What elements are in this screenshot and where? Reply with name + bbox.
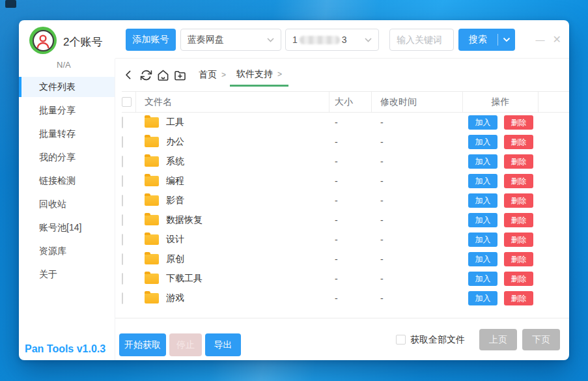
app-brand-version: Pan Tools v1.0.3	[25, 343, 105, 355]
file-modified: -	[372, 137, 463, 147]
sidebar-item[interactable]: 文件列表	[19, 77, 115, 97]
avatar[interactable]	[29, 27, 57, 54]
row-checkbox[interactable]	[122, 292, 123, 304]
refresh-icon[interactable]	[137, 66, 154, 83]
file-name[interactable]: 影音	[166, 195, 184, 206]
file-size: -	[329, 176, 372, 186]
breadcrumb-separator-icon: >	[277, 70, 282, 79]
account-block: 2个账号	[19, 20, 115, 59]
desktop-background: 2个账号 N/A 文件列表 批量分享 批量转存 我的分享	[0, 0, 588, 381]
delete-button[interactable]: 删除	[504, 154, 533, 169]
row-checkbox[interactable]	[122, 175, 123, 187]
folder-icon	[145, 195, 159, 206]
delete-button[interactable]: 删除	[504, 272, 533, 286]
search-button-label: 搜索	[458, 34, 497, 46]
footer-bar: 开始获取 停止 导出 获取全部文件 上页 下页	[115, 318, 569, 360]
row-checkbox[interactable]	[122, 234, 123, 246]
sidebar-item[interactable]: 回收站	[19, 194, 115, 214]
row-checkbox[interactable]	[122, 253, 123, 265]
add-account-button[interactable]: 添加账号	[126, 29, 176, 51]
home-icon[interactable]	[154, 66, 171, 83]
sidebar-item[interactable]: 批量转存	[19, 124, 115, 144]
header-size: 大小	[329, 92, 372, 112]
table-row: 原创 - - 加入 删除	[122, 249, 569, 269]
provider-select[interactable]: 蓝奏网盘	[180, 29, 281, 51]
file-name[interactable]: 游戏	[166, 292, 184, 304]
file-size: -	[329, 156, 372, 167]
sidebar-item[interactable]: 链接检测	[19, 171, 115, 191]
table-row: 游戏 - - 加入 删除	[122, 289, 569, 308]
sidebar-item[interactable]: 我的分享	[19, 147, 115, 167]
file-name[interactable]: 设计	[166, 234, 184, 246]
file-name[interactable]: 工具	[166, 117, 184, 128]
delete-button[interactable]: 删除	[504, 174, 533, 188]
account-name: N/A	[57, 60, 115, 70]
delete-button[interactable]: 删除	[504, 291, 533, 305]
new-folder-icon[interactable]	[171, 66, 188, 83]
sidebar-item-label: 批量转存	[39, 128, 76, 139]
file-name[interactable]: 下载工具	[166, 273, 203, 285]
search-dropdown-caret[interactable]	[498, 37, 515, 42]
add-button[interactable]: 加入	[468, 154, 497, 169]
file-size: -	[329, 274, 372, 284]
file-name[interactable]: 编程	[166, 175, 184, 187]
breadcrumb-item[interactable]: 软件支持 >	[230, 66, 288, 84]
folder-icon	[145, 234, 159, 245]
row-checkbox[interactable]	[122, 195, 123, 206]
search-button[interactable]: 搜索	[458, 29, 515, 51]
keyword-input[interactable]	[389, 29, 454, 51]
add-button[interactable]: 加入	[468, 252, 497, 266]
file-name[interactable]: 数据恢复	[166, 214, 203, 226]
sidebar-item[interactable]: 关于	[19, 264, 115, 285]
delete-button[interactable]: 删除	[504, 252, 533, 266]
table-row: 设计 - - 加入 删除	[122, 230, 569, 249]
minimize-icon[interactable]: —	[536, 35, 544, 44]
delete-button[interactable]: 删除	[504, 193, 533, 208]
add-button[interactable]: 加入	[468, 213, 497, 227]
header-actions: 操作	[463, 92, 539, 112]
account-select[interactable]: 1 3	[285, 29, 379, 51]
file-name[interactable]: 系统	[166, 156, 184, 167]
delete-button[interactable]: 删除	[504, 213, 533, 227]
table-row: 编程 - - 加入 删除	[122, 171, 569, 191]
add-button[interactable]: 加入	[468, 115, 497, 130]
table-row: 数据恢复 - - 加入 删除	[122, 210, 569, 230]
file-name[interactable]: 办公	[166, 136, 184, 148]
desktop-shortcut-icon[interactable]	[5, 0, 16, 8]
add-button[interactable]: 加入	[468, 174, 497, 188]
delete-button[interactable]: 删除	[504, 135, 533, 149]
file-name[interactable]: 原创	[166, 253, 184, 265]
delete-button[interactable]: 删除	[504, 115, 533, 130]
table-row: 办公 - - 加入 删除	[122, 132, 569, 152]
folder-icon	[145, 215, 159, 225]
delete-button[interactable]: 删除	[504, 233, 533, 247]
file-modified: -	[372, 195, 463, 206]
close-icon[interactable]: ✕	[553, 35, 561, 45]
next-page-button[interactable]: 下页	[522, 329, 560, 350]
row-checkbox[interactable]	[122, 273, 123, 285]
add-button[interactable]: 加入	[468, 272, 497, 286]
start-fetch-button[interactable]: 开始获取	[119, 333, 166, 356]
fetch-all-checkbox[interactable]	[396, 335, 406, 345]
back-icon[interactable]	[120, 66, 137, 83]
select-all-checkbox[interactable]	[122, 97, 132, 107]
row-checkbox[interactable]	[122, 214, 123, 226]
add-button[interactable]: 加入	[468, 291, 497, 305]
add-button[interactable]: 加入	[468, 233, 497, 247]
prev-page-button[interactable]: 上页	[479, 329, 517, 350]
sidebar-item[interactable]: 批量分享	[19, 100, 115, 120]
row-checkbox[interactable]	[122, 117, 123, 128]
sidebar-item[interactable]: 资源库	[19, 241, 115, 261]
add-button[interactable]: 加入	[468, 193, 497, 208]
add-button[interactable]: 加入	[468, 135, 497, 149]
row-checkbox[interactable]	[122, 136, 123, 148]
breadcrumb-item[interactable]: 首页 >	[195, 66, 230, 83]
sidebar-item-label: 批量分享	[39, 105, 76, 115]
file-size: -	[329, 137, 372, 147]
header-file-name: 文件名	[136, 92, 329, 112]
stop-button[interactable]: 停止	[169, 333, 202, 356]
export-button[interactable]: 导出	[205, 333, 241, 356]
row-checkbox[interactable]	[122, 156, 123, 167]
breadcrumb-separator-icon: >	[221, 70, 226, 79]
sidebar-item[interactable]: 账号池[14]	[19, 218, 115, 238]
